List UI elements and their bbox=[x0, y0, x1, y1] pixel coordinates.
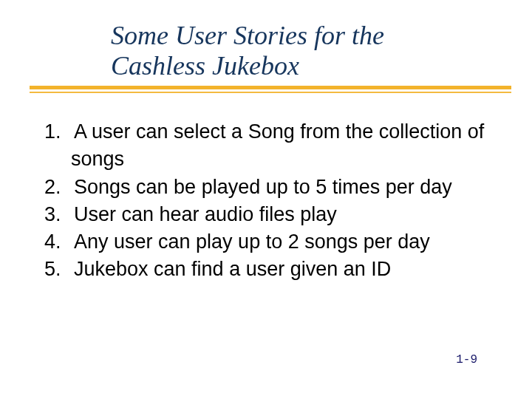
rule-sub bbox=[30, 92, 511, 93]
content-area: A user can select a Song from the collec… bbox=[27, 118, 510, 284]
slide: Some User Stories for the Cashless Jukeb… bbox=[0, 0, 532, 399]
page-number: 1-9 bbox=[456, 353, 477, 366]
title-underline bbox=[30, 86, 511, 93]
list-item: Songs can be played up to 5 times per da… bbox=[27, 174, 510, 201]
list-item: Jukebox can find a user given an ID bbox=[27, 256, 510, 283]
story-list: A user can select a Song from the collec… bbox=[27, 118, 510, 284]
list-item: A user can select a Song from the collec… bbox=[27, 118, 510, 174]
list-item: User can hear audio files play bbox=[27, 201, 510, 228]
slide-title: Some User Stories for the Cashless Jukeb… bbox=[111, 21, 458, 82]
list-item: Any user can play up to 2 songs per day bbox=[27, 228, 510, 256]
rule-main bbox=[30, 86, 511, 89]
title-wrap: Some User Stories for the Cashless Jukeb… bbox=[111, 21, 458, 82]
